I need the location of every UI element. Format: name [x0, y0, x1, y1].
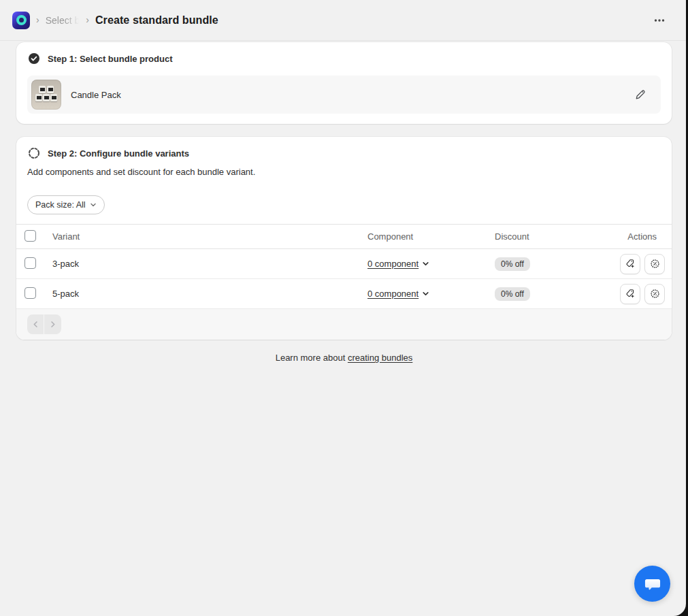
- tag-plus-icon: [625, 288, 636, 299]
- more-actions-button[interactable]: [649, 10, 670, 31]
- tag-plus-icon: [625, 258, 636, 270]
- breadcrumb-chevron-icon: ›: [86, 15, 89, 26]
- table-row: 3-pack 0 component 0% off: [16, 249, 672, 279]
- breadcrumb-item-truncated[interactable]: Select b: [46, 15, 80, 26]
- chevron-down-icon: [422, 290, 429, 297]
- creating-bundles-link[interactable]: creating bundles: [348, 353, 412, 363]
- chevron-right-icon: [49, 321, 56, 328]
- table-header-row: Variant Component Discount Actions: [16, 225, 672, 249]
- selected-product-row: Candle Pack: [27, 76, 661, 114]
- learn-more-text: Learn more about creating bundles: [16, 353, 672, 363]
- step2-description: Add components and set discount for each…: [27, 167, 661, 177]
- page-content: Step 1: Select bundle product Candle Pac…: [0, 41, 686, 363]
- set-discount-button[interactable]: [644, 284, 665, 304]
- discount-badge: 0% off: [495, 287, 530, 301]
- discount-badge: 0% off: [495, 257, 530, 271]
- dashed-circle-icon: [27, 146, 41, 160]
- chat-bubble-icon: [642, 574, 663, 594]
- component-dropdown-link[interactable]: 0 component: [367, 259, 429, 269]
- step1-title: Step 1: Select bundle product: [48, 54, 172, 64]
- product-name: Candle Pack: [71, 90, 621, 100]
- check-circle-icon: [27, 52, 41, 65]
- chat-widget-button[interactable]: [634, 566, 670, 602]
- chevron-down-icon: [90, 201, 97, 208]
- pack-size-filter-label: Pack size: All: [35, 200, 86, 210]
- add-component-button[interactable]: [620, 284, 640, 304]
- app-frame: › Select b › Create standard bundle: [0, 0, 686, 616]
- page-title: Create standard bundle: [95, 14, 218, 27]
- filter-bar: Pack size: All: [16, 187, 672, 225]
- column-header-discount: Discount: [495, 231, 620, 242]
- horizontal-dots-icon: [653, 14, 666, 27]
- add-component-button[interactable]: [620, 254, 640, 274]
- table-row: 5-pack 0 component 0% off: [16, 279, 672, 309]
- discount-seal-icon: [649, 288, 661, 299]
- column-header-actions: Actions: [620, 231, 664, 242]
- step1-card: Step 1: Select bundle product Candle Pac…: [16, 42, 672, 124]
- product-thumbnail: [31, 80, 61, 110]
- previous-page-button[interactable]: [27, 314, 44, 334]
- edit-product-button[interactable]: [630, 84, 651, 106]
- component-dropdown-link[interactable]: 0 component: [367, 289, 429, 299]
- discount-seal-icon: [649, 258, 661, 270]
- column-header-component: Component: [367, 231, 495, 242]
- breadcrumb-chevron-icon: ›: [36, 15, 39, 26]
- pencil-icon: [634, 88, 647, 101]
- top-bar: › Select b › Create standard bundle: [0, 0, 686, 41]
- pack-size-filter-button[interactable]: Pack size: All: [27, 195, 105, 214]
- chevron-left-icon: [32, 321, 39, 328]
- set-discount-button[interactable]: [644, 254, 665, 274]
- step2-title: Step 2: Configure bundle variants: [48, 148, 189, 159]
- column-header-variant: Variant: [52, 231, 367, 242]
- learn-more-prefix: Learn more about: [276, 353, 348, 363]
- row-checkbox[interactable]: [24, 287, 36, 299]
- variant-name: 3-pack: [52, 259, 367, 269]
- app-logo-icon[interactable]: [12, 12, 30, 29]
- table-footer: [16, 309, 672, 340]
- select-all-checkbox[interactable]: [24, 230, 36, 242]
- pagination: [27, 314, 61, 334]
- chevron-down-icon: [422, 260, 429, 268]
- variant-name: 5-pack: [52, 289, 367, 299]
- next-page-button[interactable]: [44, 314, 61, 334]
- row-checkbox[interactable]: [24, 257, 36, 269]
- step2-card: Step 2: Configure bundle variants Add co…: [16, 137, 672, 340]
